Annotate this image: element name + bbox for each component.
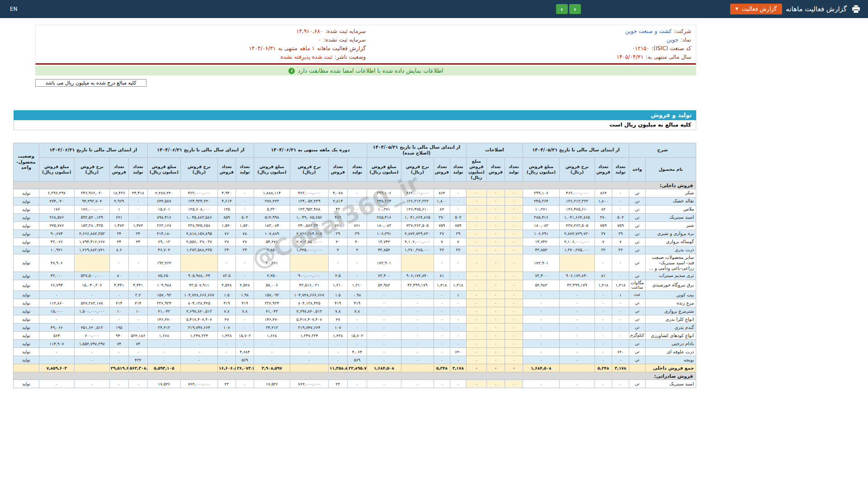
value-cell: ۲۶,۰۷۳.۷۸ [236, 364, 254, 372]
value-cell: ۰ [466, 380, 486, 388]
status-cell: تولید [13, 280, 39, 291]
product-name-cell: ذرت بذری [646, 246, 696, 254]
status-cell: تولید [13, 246, 39, 254]
value-cell: ۱۸۰,۰۸۳ [523, 221, 559, 230]
value-cell: ۰ [328, 348, 347, 356]
status-cell: تولید [13, 197, 39, 205]
value-cell: ۸۰۴,۱۳۸,۴۲۵ [180, 299, 217, 307]
value-cell: ۰ [236, 254, 254, 272]
value-cell: ۰ [367, 315, 401, 324]
info-link[interactable]: جوین [667, 36, 679, 44]
status-cell: تولید [13, 213, 39, 221]
value-cell: ۳,۱۷۸ [450, 364, 466, 372]
product-row: شترمرغ پرواریتن۰۰۰۰۰۰۰۰۰۰۰۷.۸۷.۸۲,۶۹۷,۸۲… [13, 307, 696, 315]
value-cell: ۰ [612, 254, 629, 272]
product-name-cell: انواع کودهای کشاورزی [646, 332, 696, 340]
value-cell: ۰ [434, 315, 450, 324]
value-cell: ۰ [466, 280, 486, 291]
value-cell: ۲۷ [217, 238, 236, 246]
status-cell: تولید [13, 221, 39, 230]
value-cell: ۲۲۵,۷۷۶ [39, 221, 74, 230]
value-cell: ۴,۴۴۱ [128, 280, 147, 291]
value-cell: ۵,۴۱۷,۴۰۷,۴۰۷ [290, 315, 328, 324]
value-cell: ۱۳۶,۳۱۳,۳۳۳ [401, 197, 434, 205]
value-cell: ۰ [328, 340, 347, 348]
value-cell: ۱۰ [109, 307, 128, 315]
value-cell: ۷۶۲,۰۰۰,۰۰۰ [290, 380, 328, 388]
value-cell: ۰ [180, 356, 217, 364]
value-cell: ۰ [612, 272, 629, 280]
info-value: ۰ [318, 36, 321, 44]
value-cell: ۰ [612, 197, 629, 205]
value-cell: ۰ [367, 324, 401, 332]
value-cell: ۰ [39, 380, 74, 388]
product-name-cell: گندم بذری [646, 324, 696, 332]
product-row: برق نیروگاه خورشیدیمگاوات ساعت۱,۲۱۸۱,۲۱۸… [13, 280, 696, 291]
value-cell: ۱۱۴,۹۰۷ [39, 340, 74, 348]
value-cell [74, 364, 109, 372]
value-cell: ۰ [559, 356, 594, 364]
value-cell: ۳۴۶,۹۶۶,۰۳۰ [74, 189, 109, 197]
value-cell: ۰ [612, 299, 629, 307]
value-cell: ۰ [147, 348, 180, 356]
unit-cell: تن [629, 307, 645, 315]
subcolumn-header: مبلغ فروش (میلیون ریال) [367, 158, 401, 182]
value-cell: ۰ [109, 291, 128, 299]
product-name-cell: ملاس [646, 205, 696, 213]
value-cell: ۰ [434, 291, 450, 299]
subcolumn-header: نرخ فروش (ریال) [290, 158, 328, 182]
value-cell: ۶۲۰ [612, 348, 629, 356]
value-cell: ۱۳۴,۰۵۲,۲۳۹ [290, 197, 328, 205]
language-toggle-en[interactable]: EN [7, 5, 20, 13]
value-cell: ۱۷۲,۹۰۱ [523, 254, 559, 272]
prev-report-button[interactable]: ‹ [569, 4, 581, 14]
value-cell: ۱۰۷ [328, 324, 347, 332]
value-cell: ۰ [505, 291, 523, 299]
value-cell: ۰ [612, 340, 629, 348]
value-cell: ۲,۶۹۷,۸۲۰,۵۱۳ [290, 307, 328, 315]
subcolumn-header: تعداد تولید [505, 158, 523, 182]
value-cell: ۰ [466, 221, 486, 230]
product-name-cell: سایر محصولات صنعت قند- اسید سیتریک-زراعی… [646, 254, 696, 272]
value-cell: ۰ [559, 348, 594, 356]
value-cell: ۶۹,۰۱۳ [147, 238, 180, 246]
info-link[interactable]: کشت و صنعت جوین [625, 27, 672, 36]
value-cell: ۲۱,۰۴۳ [147, 307, 180, 315]
value-cell: ۱۲۶,۴۷۵,۶۱۰ [401, 205, 434, 213]
product-row: یونجهتن۰۰۰۰۰۰۰۰۰۰۰۵۶۹۰۰۰۵۶۹۰۰۰۴۳۲۰۰۰تولی… [13, 356, 696, 364]
value-cell: ۰ [594, 348, 612, 356]
value-cell: ۴۳,۸۵۲ [367, 246, 401, 254]
value-cell: ۲۴ [109, 238, 128, 246]
value-cell: ۵۲,۹۸۲ [367, 280, 401, 291]
info-label: سال مالی منتهی به: [646, 53, 691, 61]
value-cell [180, 254, 217, 272]
value-cell: ۰ [466, 189, 486, 197]
next-report-button[interactable]: › [556, 4, 568, 14]
info-label: سرمایه ثبت شده: [325, 27, 366, 36]
value-cell: ۳۴,۲۱۳ [147, 324, 180, 332]
report-dropdown-button[interactable]: گزارش فعالیت ▼ [730, 4, 782, 14]
value-cell: ۰ [486, 280, 505, 291]
value-cell: ۱,۳۱۰ [347, 280, 367, 291]
value-cell: ۳۴ [236, 246, 254, 254]
value-cell: ۱۲۳,۹۵۳,۴۸۸ [290, 205, 328, 213]
unit-cell: تن [629, 299, 645, 307]
print-icon[interactable] [851, 5, 861, 14]
subcolumn-header: تعداد فروش [594, 158, 612, 182]
unit-cell: تن [629, 356, 645, 364]
value-cell: ۱,۸۰۰ [594, 197, 612, 205]
product-row: سایر محصولات صنعت قند- اسید سیتریک-زراعی… [13, 254, 696, 272]
value-cell: ۱۰,۹۲۱ [39, 246, 74, 254]
subcolumn-header: نرخ فروش (ریال) [74, 158, 109, 182]
value-cell: ۱,۴۲۵,۰۰۰,۰۰۰ [290, 246, 328, 254]
value-cell: ۰ [128, 205, 147, 213]
value-cell: ۰ [612, 324, 629, 332]
product-name-cell: یونجه [646, 356, 696, 364]
info-label: منتهی به [278, 44, 297, 53]
value-cell: ۲۱,۰۴۳ [254, 307, 290, 315]
value-cell: ۲,۱۰۶,۰۰۰,۰۰۰ [559, 238, 594, 246]
value-cell: ۲ [328, 246, 347, 254]
value-cell: ۱ [109, 205, 128, 213]
value-cell: ۹۰۶,۱۷۲,۸۴۰ [401, 272, 434, 280]
value-cell: ۲.۵ [328, 272, 347, 280]
